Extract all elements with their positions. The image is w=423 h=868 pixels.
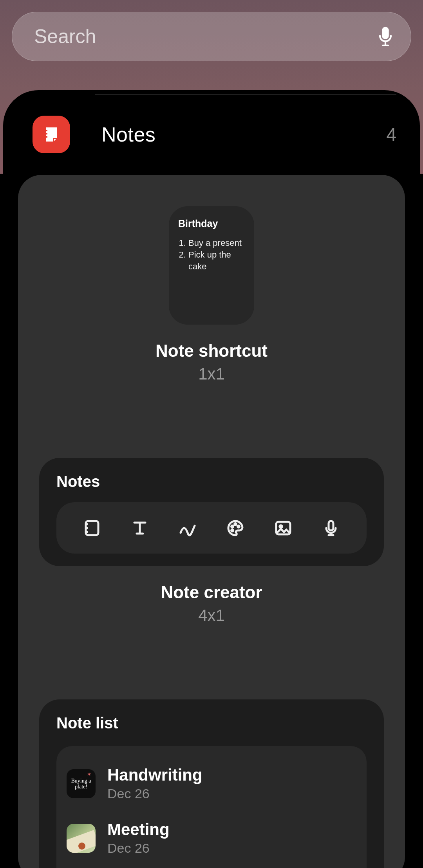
svg-point-3 <box>231 525 233 527</box>
pen-icon[interactable] <box>177 517 199 539</box>
shortcut-note-title: Birthday <box>178 218 245 229</box>
note-icon[interactable] <box>81 517 103 539</box>
widget-note-creator[interactable]: Notes <box>39 458 384 566</box>
list-title: Note list <box>56 714 367 732</box>
palette-icon[interactable] <box>224 517 246 539</box>
note-title: Meeting <box>107 820 170 839</box>
text-icon[interactable] <box>129 517 151 539</box>
notes-app-icon[interactable] <box>33 116 70 153</box>
shortcut-note-item: Buy a present <box>188 237 245 249</box>
search-placeholder: Search <box>34 25 377 48</box>
note-title: Handwriting <box>107 766 202 784</box>
svg-point-4 <box>235 523 237 525</box>
creator-title: Notes <box>56 473 367 490</box>
search-bar[interactable]: Search <box>12 12 411 61</box>
widget-panel: Notes 4 Birthday Buy a present Pick up t… <box>3 90 420 868</box>
widget-name: Note creator <box>161 583 262 602</box>
note-thumbnail: Buying a plate! <box>67 769 96 798</box>
widget-note-list[interactable]: Note list Buying a plate! Handwriting De… <box>39 699 384 868</box>
mic-icon[interactable] <box>320 517 342 539</box>
widget-size: 1x1 <box>198 365 225 383</box>
widget-note-shortcut[interactable]: Birthday Buy a present Pick up the cake <box>169 206 254 325</box>
microphone-icon[interactable] <box>377 26 394 47</box>
note-date: Dec 26 <box>107 786 202 801</box>
svg-rect-9 <box>329 521 333 530</box>
widget-count: 4 <box>386 124 396 145</box>
divider <box>95 94 396 95</box>
app-title: Notes <box>101 123 155 146</box>
list-item[interactable]: Meeting Dec 26 <box>67 815 356 868</box>
shortcut-note-item: Pick up the cake <box>188 249 245 272</box>
note-date: Dec 26 <box>107 841 170 856</box>
list-item[interactable]: Buying a plate! Handwriting Dec 26 <box>67 761 356 815</box>
svg-point-6 <box>231 529 233 531</box>
widget-name: Note shortcut <box>155 341 268 361</box>
svg-point-5 <box>238 525 240 527</box>
svg-point-8 <box>280 525 282 527</box>
image-icon[interactable] <box>272 517 294 539</box>
creator-icon-row <box>56 502 367 554</box>
widget-size: 4x1 <box>198 606 225 625</box>
note-thumbnail <box>67 824 96 853</box>
